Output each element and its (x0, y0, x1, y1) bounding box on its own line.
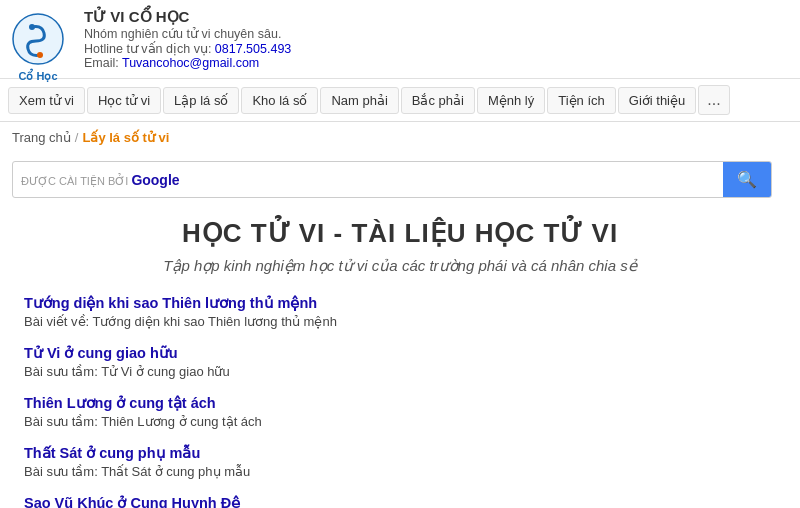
article-title-2[interactable]: Thiên Lương ở cung tật ách (24, 395, 776, 411)
nav-item-lap-la-so[interactable]: Lập lá số (163, 87, 239, 114)
list-item: Tướng diện khi sao Thiên lương thủ mệnh … (24, 295, 776, 329)
logo-label: Cổ Học (12, 70, 64, 83)
email-address[interactable]: Tuvancohoc@gmail.com (122, 56, 259, 70)
breadcrumb-home[interactable]: Trang chủ (12, 130, 71, 145)
article-title-0[interactable]: Tướng diện khi sao Thiên lương thủ mệnh (24, 295, 776, 311)
nav-item-tien-ich[interactable]: Tiện ích (547, 87, 616, 114)
article-title-1[interactable]: Tử Vi ở cung giao hữu (24, 345, 776, 361)
logo-text-area: TỬ VI CỔ HỌC Nhóm nghiên cứu tử vi chuyê… (84, 8, 291, 70)
hotline-line: Hotline tư vấn dịch vụ: 0817.505.493 (84, 41, 291, 56)
article-title-4[interactable]: Sao Vũ Khúc ở Cung Huynh Đệ (24, 495, 776, 508)
nav-item-menh-ly[interactable]: Mệnh lý (477, 87, 545, 114)
site-title: TỬ VI CỔ HỌC (84, 8, 291, 26)
search-powered-label: ĐƯỢC CÀI TIỆN BỞI Google (13, 166, 188, 194)
main-navbar: Xem tử vi Học tử vi Lập lá số Kho lá số … (0, 79, 800, 122)
nav-item-kho-la-so[interactable]: Kho lá số (241, 87, 318, 114)
nav-item-hoc-tu-vi[interactable]: Học tử vi (87, 87, 161, 114)
email-line: Email: Tuvancohoc@gmail.com (84, 56, 291, 70)
logo-icon[interactable]: Cổ Học (12, 13, 64, 65)
article-desc-2: Bài sưu tầm: Thiên Lương ở cung tật ách (24, 414, 262, 429)
email-label: Email: (84, 56, 122, 70)
hotline-label: Hotline tư vấn dịch vụ: (84, 42, 215, 56)
breadcrumb-current: Lấy lá số tử vi (82, 130, 169, 145)
search-bar: ĐƯỢC CÀI TIỆN BỞI Google 🔍 (12, 161, 772, 198)
page-title: HỌC TỬ VI - TÀI LIỆU HỌC TỬ VI (20, 218, 780, 249)
article-list: Tướng diện khi sao Thiên lương thủ mệnh … (20, 295, 780, 508)
article-title-3[interactable]: Thất Sát ở cung phụ mẫu (24, 445, 776, 461)
nav-item-nam-phai[interactable]: Nam phải (320, 87, 398, 114)
nav-item-gioi-thieu[interactable]: Giới thiệu (618, 87, 696, 114)
search-icon: 🔍 (737, 170, 757, 189)
svg-point-2 (37, 52, 43, 58)
site-header: Cổ Học TỬ VI CỔ HỌC Nhóm nghiên cứu tử v… (0, 0, 800, 79)
search-button[interactable]: 🔍 (723, 162, 771, 197)
list-item: Sao Vũ Khúc ở Cung Huynh Đệ Bài sưu tầm:… (24, 495, 776, 508)
nav-item-xem-tu-vi[interactable]: Xem tử vi (8, 87, 85, 114)
google-label: Google (131, 172, 179, 188)
article-desc-3: Bài sưu tầm: Thất Sát ở cung phụ mẫu (24, 464, 250, 479)
list-item: Thất Sát ở cung phụ mẫu Bài sưu tầm: Thấ… (24, 445, 776, 479)
nav-item-bac-phai[interactable]: Bắc phải (401, 87, 475, 114)
svg-point-1 (29, 24, 35, 30)
breadcrumb-separator: / (75, 130, 79, 145)
search-label-text: ĐƯỢC CÀI TIỆN BỞI (21, 175, 128, 187)
list-item: Tử Vi ở cung giao hữu Bài sưu tầm: Tử Vi… (24, 345, 776, 379)
breadcrumb: Trang chủ / Lấy lá số tử vi (0, 122, 800, 153)
logo-area: Cổ Học (12, 13, 72, 65)
search-input[interactable] (188, 166, 723, 194)
article-desc-1: Bài sưu tầm: Tử Vi ở cung giao hữu (24, 364, 230, 379)
list-item: Thiên Lương ở cung tật ách Bài sưu tầm: … (24, 395, 776, 429)
page-subtitle: Tập hợp kinh nghiệm học tử vi của các tr… (20, 257, 780, 275)
main-content: HỌC TỬ VI - TÀI LIỆU HỌC TỬ VI Tập hợp k… (0, 206, 800, 508)
article-desc-0: Bài viết về: Tướng diện khi sao Thiên lư… (24, 314, 337, 329)
site-tagline: Nhóm nghiên cứu tử vi chuyên sâu. (84, 26, 291, 41)
nav-more-button[interactable]: ... (698, 85, 729, 115)
hotline-number[interactable]: 0817.505.493 (215, 42, 291, 56)
